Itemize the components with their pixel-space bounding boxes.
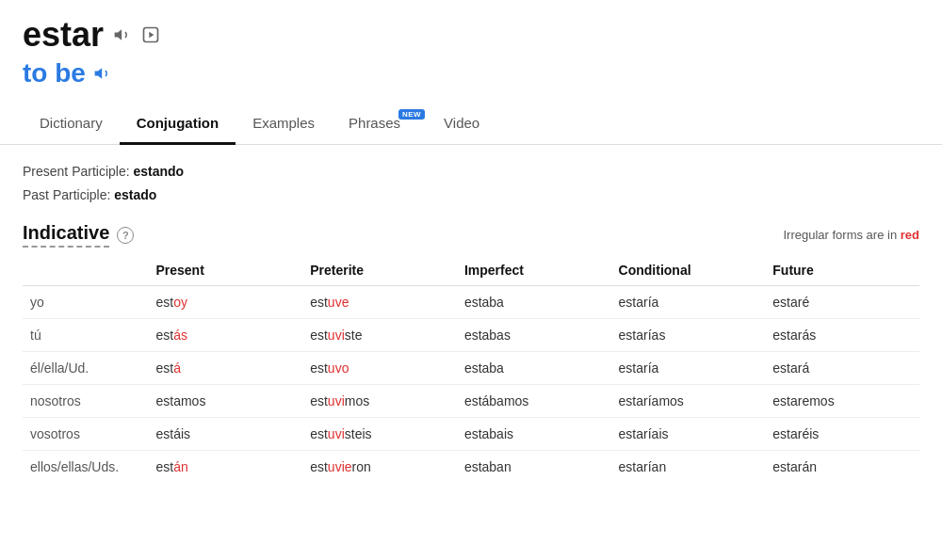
conjugation-content: Present Participle: estando Past Partici…: [0, 145, 942, 498]
cell-imperfect: estábamos: [457, 385, 611, 418]
cell-preterite: estuve: [302, 286, 457, 319]
cell-pronoun: tú: [23, 319, 148, 352]
translation-audio-icon[interactable]: [93, 64, 112, 83]
cell-present: está: [148, 352, 302, 385]
cell-conditional: estarían: [611, 451, 766, 484]
table-row: vosotrosestáisestuvisteisestabaisestaría…: [23, 418, 919, 451]
cell-conditional: estarías: [611, 319, 766, 352]
cell-pronoun: él/ella/Ud.: [23, 352, 148, 385]
table-row: ellos/ellas/Uds.estánestuvieronestabanes…: [23, 451, 919, 484]
present-participle-value: estando: [134, 164, 185, 179]
cell-present: están: [148, 451, 302, 484]
cell-present: estamos: [148, 385, 302, 418]
tab-examples[interactable]: Examples: [236, 104, 332, 145]
present-participle-label: Present Participle:: [23, 164, 130, 179]
new-badge: NEW: [398, 109, 425, 120]
page-header: estar to be: [0, 0, 942, 96]
cell-pronoun: yo: [23, 286, 148, 319]
svg-marker-2: [149, 32, 154, 39]
col-header-pronoun: [23, 255, 148, 286]
cell-future: estarás: [765, 319, 919, 352]
participles-section: Present Participle: estando Past Partici…: [23, 160, 919, 207]
indicative-title: Indicative: [23, 222, 109, 248]
cell-imperfect: estaba: [457, 352, 611, 385]
col-header-imperfect: Imperfect: [457, 255, 611, 286]
cell-imperfect: estaba: [457, 286, 611, 319]
svg-marker-3: [95, 68, 103, 79]
table-row: nosotrosestamosestuvimosestábamosestaría…: [23, 385, 919, 418]
cell-conditional: estaríais: [611, 418, 766, 451]
present-participle-row: Present Participle: estando: [23, 160, 919, 184]
cell-conditional: estaríamos: [611, 385, 766, 418]
cell-future: estaremos: [765, 385, 919, 418]
svg-marker-0: [115, 29, 122, 40]
word-title-row: estar: [23, 15, 919, 55]
past-participle-row: Past Participle: estado: [23, 184, 919, 207]
col-header-conditional: Conditional: [611, 255, 766, 286]
cell-future: estarán: [765, 451, 919, 484]
word-translation-row: to be: [23, 58, 919, 88]
tab-dictionary[interactable]: Dictionary: [23, 104, 120, 145]
tab-phrases[interactable]: Phrases NEW: [332, 104, 427, 145]
cell-preterite: estuvimos: [302, 385, 457, 418]
table-row: yoestoyestuveestabaestaríaestaré: [23, 286, 919, 319]
cell-conditional: estaría: [611, 352, 766, 385]
cell-imperfect: estaban: [457, 451, 611, 484]
cell-pronoun: ellos/ellas/Uds.: [23, 451, 148, 484]
col-header-present: Present: [148, 255, 302, 286]
cell-present: estáis: [148, 418, 302, 451]
col-header-future: Future: [765, 255, 919, 286]
table-row: él/ella/Ud.estáestuvoestabaestaríaestará: [23, 352, 919, 385]
cell-present: estás: [148, 319, 302, 352]
indicative-title-group: Indicative ?: [23, 222, 134, 248]
tab-conjugation[interactable]: Conjugation: [120, 104, 236, 145]
past-participle-label: Past Participle:: [23, 187, 110, 202]
cell-future: estaréis: [765, 418, 919, 451]
cell-preterite: estuviste: [302, 319, 457, 352]
cell-conditional: estaría: [611, 286, 766, 319]
irregular-note: Irregular forms are in red: [783, 228, 919, 242]
col-header-preterite: Preterite: [302, 255, 457, 286]
audio-icon[interactable]: [113, 25, 132, 44]
cell-preterite: estuvieron: [302, 451, 457, 484]
cell-pronoun: nosotros: [23, 385, 148, 418]
tab-video[interactable]: Video: [427, 104, 496, 145]
irregular-color-word: red: [901, 228, 919, 242]
tabs-bar: Dictionary Conjugation Examples Phrases …: [0, 104, 942, 145]
word-main: estar: [23, 15, 104, 55]
table-header-row: Present Preterite Imperfect Conditional …: [23, 255, 919, 286]
play-icon[interactable]: [141, 25, 160, 44]
cell-pronoun: vosotros: [23, 418, 148, 451]
cell-preterite: estuvo: [302, 352, 457, 385]
cell-present: estoy: [148, 286, 302, 319]
table-row: túestásestuvisteestabasestaríasestarás: [23, 319, 919, 352]
help-icon[interactable]: ?: [117, 227, 134, 244]
cell-future: estaré: [765, 286, 919, 319]
indicative-header: Indicative ? Irregular forms are in red: [23, 222, 919, 248]
conjugation-table: Present Preterite Imperfect Conditional …: [23, 255, 919, 483]
cell-imperfect: estabais: [457, 418, 611, 451]
word-translation: to be: [23, 58, 86, 88]
past-participle-value: estado: [114, 187, 156, 202]
cell-future: estará: [765, 352, 919, 385]
cell-preterite: estuvisteis: [302, 418, 457, 451]
cell-imperfect: estabas: [457, 319, 611, 352]
